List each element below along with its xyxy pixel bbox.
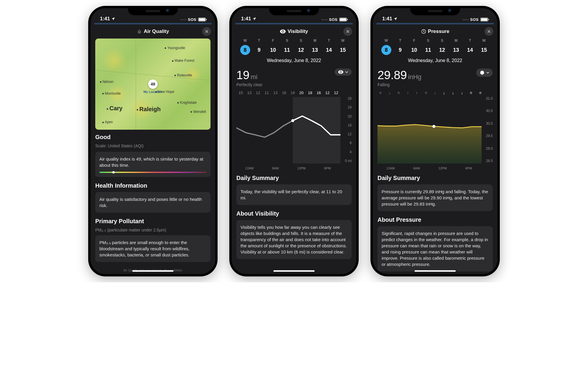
screen[interactable]: 1:41 SOS Visibility W8T9F10S11S12M13T14W…	[232, 8, 356, 274]
svg-point-1	[138, 31, 139, 31]
home-indicator[interactable]	[415, 270, 456, 272]
sheet-header: Air Quality	[91, 24, 215, 39]
close-button[interactable]	[202, 27, 211, 36]
screen[interactable]: 1:41 SOS Pressure W8T9F10S11S12M13T14W15…	[373, 8, 497, 274]
location-icon	[393, 17, 397, 21]
svg-point-4	[139, 31, 140, 32]
sos-label: SOS	[329, 17, 338, 22]
aqi-summary-text: Air quality index is 49, which is simila…	[99, 156, 203, 168]
day-10[interactable]: F10	[407, 39, 421, 55]
battery-icon	[339, 18, 347, 21]
sheet-title: Visibility	[288, 29, 308, 34]
visibility-value: 19	[236, 69, 250, 82]
map-city: Youngsville	[165, 46, 185, 50]
day-13[interactable]: M13	[308, 39, 322, 55]
daily-summary-heading: Daily Summary	[377, 175, 493, 181]
pressure-unit: inHg	[408, 73, 421, 81]
map-city: Knightdale	[177, 101, 197, 105]
visibility-icon	[280, 29, 286, 34]
day-9[interactable]: T9	[252, 39, 266, 55]
signal-icon	[180, 18, 186, 22]
map-city: Wake Forest	[172, 59, 195, 63]
aqi-summary-card: Air quality index is 49, which is simila…	[95, 152, 211, 177]
visibility-chart[interactable]: 151312111316182018161212 2824201612840 m…	[236, 91, 352, 170]
location-icon	[252, 17, 256, 21]
sos-label: SOS	[470, 17, 479, 22]
close-icon	[487, 30, 491, 33]
aqi-indicator-dot	[112, 171, 115, 174]
status-bar: 1:41 SOS	[373, 8, 497, 23]
svg-rect-8	[293, 97, 340, 164]
signal-icon	[462, 18, 468, 22]
eye-icon	[338, 70, 343, 74]
about-heading: About Visibility	[236, 210, 352, 217]
map-city: Morrisville	[102, 91, 121, 96]
day-14[interactable]: T14	[463, 39, 477, 55]
battery-icon	[480, 18, 488, 21]
close-icon	[346, 30, 350, 33]
home-indicator[interactable]	[132, 270, 173, 272]
my-location-pin[interactable]: 49	[148, 79, 158, 89]
pressure-icon	[421, 29, 426, 34]
day-12[interactable]: S12	[294, 39, 308, 55]
gauge-icon	[480, 70, 485, 75]
day-13[interactable]: M13	[449, 39, 463, 55]
day-picker[interactable]: W8T9F10S11S12M13T14W15	[377, 39, 493, 55]
map-city: Cary	[107, 105, 122, 112]
phone-visibility: 1:41 SOS Visibility W8T9F10S11S12M13T14W…	[229, 6, 359, 276]
status-time: 1:41	[100, 16, 110, 22]
pressure-value: 29.89	[377, 69, 407, 82]
day-15[interactable]: W15	[336, 39, 350, 55]
pollutant-heading: Primary Pollutant	[95, 218, 211, 225]
daily-summary-heading: Daily Summary	[236, 175, 352, 181]
map-city: Rolesville	[174, 73, 192, 77]
sheet-header: Pressure	[373, 24, 497, 39]
day-8[interactable]: W8	[238, 39, 252, 55]
aqi-map[interactable]: Youngsville Wake Forest Rolesville Nelso…	[95, 39, 211, 130]
aqi-gradient-bar	[99, 172, 206, 173]
day-14[interactable]: T14	[322, 39, 336, 55]
selected-date: Wednesday, June 8, 2022	[377, 58, 493, 63]
signal-icon	[321, 18, 327, 22]
day-picker[interactable]: W8T9F10S11S12M13T14W15	[236, 39, 352, 55]
view-toggle-button[interactable]	[476, 69, 493, 77]
status-time: 1:41	[241, 16, 251, 22]
pollutant-card: PM₂.₅ particles are small enough to ente…	[95, 235, 211, 262]
aqi-scale: Scale: United States (AQI)	[95, 144, 211, 148]
status-bar: 1:41 SOS	[232, 8, 356, 23]
battery-icon	[198, 18, 206, 21]
day-12[interactable]: S12	[435, 39, 449, 55]
day-9[interactable]: T9	[393, 39, 407, 55]
phone-air-quality: 1:41 SOS Air Quality Youngsville Wake Fo…	[88, 6, 218, 276]
health-heading: Health Information	[95, 182, 211, 189]
daily-summary-card: Pressure is currently 29.89 inHg and fal…	[377, 184, 493, 211]
chevron-down-icon	[486, 72, 489, 74]
day-10[interactable]: F10	[266, 39, 280, 55]
svg-point-2	[140, 31, 141, 31]
screen[interactable]: 1:41 SOS Air Quality Youngsville Wake Fo…	[91, 8, 215, 274]
daily-summary-card: Today, the visibility will be perfectly …	[236, 184, 352, 205]
home-indicator[interactable]	[273, 270, 315, 272]
day-11[interactable]: S11	[421, 39, 435, 55]
sheet-header: Visibility	[232, 24, 356, 39]
day-8[interactable]: W8	[379, 39, 393, 55]
svg-point-3	[138, 32, 138, 32]
map-city: Wendell	[191, 110, 206, 114]
sheet-title: Air Quality	[144, 29, 169, 34]
day-11[interactable]: S11	[280, 39, 294, 55]
about-heading: About Pressure	[377, 216, 493, 223]
pressure-chart[interactable]: =↓=↑↑=↓↓↓↓== 31.030.530.029.529.028.5 12…	[377, 91, 493, 170]
day-15[interactable]: W15	[477, 39, 491, 55]
phone-pressure: 1:41 SOS Pressure W8T9F10S11S12M13T14W15…	[370, 6, 500, 276]
svg-point-12	[432, 125, 435, 128]
close-button[interactable]	[343, 27, 352, 36]
view-toggle-button[interactable]	[335, 69, 352, 76]
map-city: Raleigh	[137, 106, 161, 113]
location-icon	[111, 17, 115, 21]
sheet-title: Pressure	[428, 29, 450, 34]
aqi-rating: Good	[95, 134, 211, 141]
svg-point-9	[291, 119, 294, 122]
visibility-status: Perfectly clear	[236, 82, 263, 87]
pollutant-subheading: PM₂.₅ (particulate matter under 2.5µm)	[95, 228, 211, 232]
close-button[interactable]	[485, 27, 493, 36]
